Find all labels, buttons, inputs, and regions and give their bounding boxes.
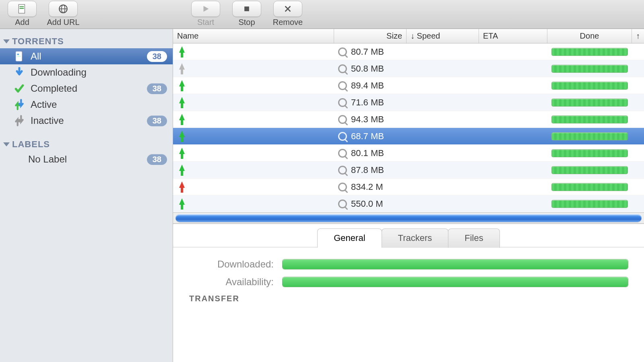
cell-name [173,60,334,77]
cell-speed [407,195,479,212]
svg-rect-11 [17,54,19,55]
sidebar-item-label: Active [31,99,57,110]
sidebar-item-all[interactable]: All 38 [0,48,173,64]
sidebar-section-labels[interactable]: LABELS [0,136,173,151]
magnify-icon[interactable] [338,132,347,141]
sidebar-item-inactive[interactable]: Inactive 38 [0,113,173,129]
progress-bar [551,200,628,208]
size-value: 87.8 MB [351,165,384,175]
sidebar-item-completed[interactable]: Completed 38 [0,80,173,97]
size-value: 71.6 MB [351,97,384,108]
cell-upspeed [632,77,644,94]
column-name[interactable]: Name [173,29,334,43]
cell-speed [407,43,479,60]
disclosure-icon [3,142,10,146]
svg-rect-1 [20,6,24,7]
cell-size: 68.7 MB [334,128,407,144]
table-row[interactable]: 89.4 MB [173,77,644,94]
transfer-header: TRANSFER [189,294,628,303]
status-arrow-icon [177,46,187,58]
cell-size: 834.2 M [334,179,407,195]
table-row[interactable]: 80.1 MB [173,145,644,162]
disclosure-icon [3,39,10,43]
magnify-icon[interactable] [338,81,347,90]
globe-icon [49,1,78,17]
table-row[interactable]: 68.7 MB [173,128,644,145]
cell-eta [479,60,547,77]
cell-size: 87.8 MB [334,162,407,178]
svg-marker-6 [204,6,209,12]
sidebar-item-active[interactable]: Active [0,97,173,113]
cell-eta [479,179,547,195]
column-done[interactable]: Done [547,29,632,43]
start-button[interactable]: Start [188,1,224,27]
column-size[interactable]: Size [334,29,407,43]
magnify-icon[interactable] [338,149,347,158]
table-row[interactable]: 87.8 MB [173,162,644,179]
magnify-icon[interactable] [338,183,347,191]
sidebar-section-torrents[interactable]: TORRENTS [0,33,173,48]
detail-row-availability: Availability: [189,276,628,288]
tab-files[interactable]: Files [448,228,500,248]
tab-general[interactable]: General [317,228,382,248]
column-up-speed[interactable]: ↑ [632,29,644,43]
magnify-icon[interactable] [338,47,347,56]
add-icon [8,1,37,17]
cell-size: 71.6 MB [334,94,407,111]
remove-button[interactable]: Remove [270,1,306,27]
count-badge: 38 [147,115,167,126]
table-row[interactable]: 94.3 MB [173,111,644,128]
magnify-icon[interactable] [338,98,347,107]
table-row[interactable]: 834.2 M [173,179,644,195]
table-row[interactable]: 71.6 MB [173,94,644,111]
status-arrow-icon [177,80,187,91]
start-label: Start [197,18,214,27]
details-panel: General Trackers Files Downloaded: Avail… [173,224,644,315]
progress-bar [551,166,628,174]
toolbar: Add Add URL Start Stop Remove [0,0,644,29]
status-arrow-icon [177,114,187,125]
cell-eta [479,77,547,94]
magnify-icon[interactable] [338,64,347,73]
add-button[interactable]: Add [4,1,40,27]
status-arrow-icon [177,198,187,210]
scrollbar-thumb[interactable] [175,214,642,222]
sidebar-item-downloading[interactable]: Downloading [0,64,173,80]
cell-speed [407,179,479,195]
cell-done [547,43,632,60]
cell-done [547,111,632,128]
column-down-speed[interactable]: ↓ Speed [407,29,479,43]
cell-eta [479,43,547,60]
table-row[interactable]: 550.0 M [173,195,644,212]
remove-icon [273,1,302,17]
tab-trackers[interactable]: Trackers [382,228,449,248]
stop-button[interactable]: Stop [229,1,265,27]
table-row[interactable]: 50.8 MB [173,60,644,77]
count-badge: 38 [147,51,167,62]
status-arrow-icon [177,131,187,142]
magnify-icon[interactable] [338,200,347,208]
column-eta[interactable]: ETA [479,29,547,43]
cell-speed [407,77,479,94]
magnify-icon[interactable] [338,115,347,124]
column-headers: Name Size ↓ Speed ETA Done ↑ [173,29,644,43]
table-row[interactable]: 80.7 MB [173,43,644,60]
add-url-button[interactable]: Add URL [45,1,81,27]
cell-name [173,162,334,178]
horizontal-scrollbar[interactable] [173,212,644,224]
status-arrow-icon [177,181,187,193]
sidebar-item-nolabel[interactable]: No Label 38 [0,151,173,167]
labels-header-label: LABELS [12,139,50,150]
sidebar-item-label: Downloading [31,67,87,78]
cell-size: 89.4 MB [334,77,407,94]
document-icon [14,51,25,62]
cell-size: 94.3 MB [334,111,407,128]
magnify-icon[interactable] [338,166,347,175]
cell-eta [479,94,547,111]
status-arrow-icon [177,63,187,74]
torrent-list: 80.7 MB50.8 MB89.4 MB71.6 MB94.3 MB68.7 … [173,43,644,212]
status-arrow-icon [177,148,187,159]
cell-speed [407,111,479,128]
cell-name [173,145,334,161]
availability-bar [283,277,628,287]
